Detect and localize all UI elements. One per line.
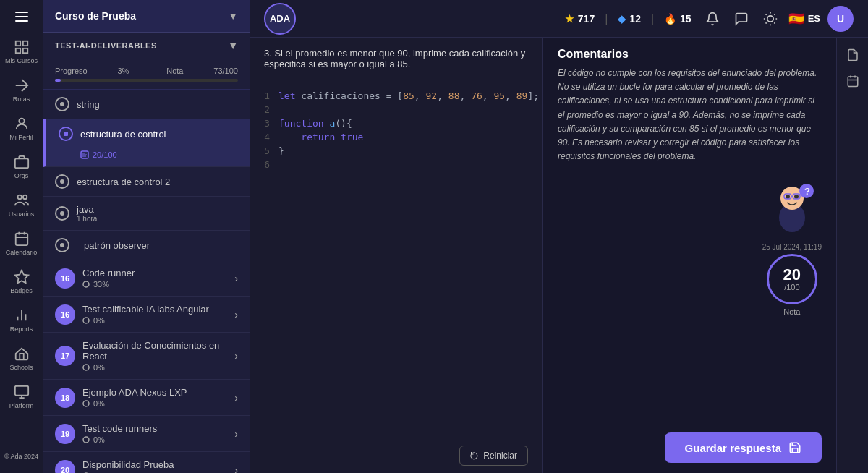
svg-point-7 [22,195,27,200]
svg-point-26 [794,195,799,199]
sidebar-label-badges: Badges [10,287,33,294]
sidebar-item-mi-perfil[interactable]: Mi Perfil [0,111,43,145]
item-patron-label: patrón observer [84,240,150,251]
star-stat: ★ 717 [565,13,595,25]
svg-point-14 [60,211,64,216]
sidebar-item-platform[interactable]: Platform [0,380,43,414]
save-button[interactable]: Guardar respuesta [665,432,822,463]
top-bar-left: ADA [264,3,296,35]
note-value: 73/100 [213,67,238,75]
sidebar-item-rutas[interactable]: Rutas [0,73,43,107]
sidebar-item-mis-cursos[interactable]: Mis Cursos [0,35,43,69]
item-text: Test code runners [82,423,227,434]
line-content: function a(){ [278,118,352,129]
document-icon[interactable] [843,45,863,65]
svg-point-18 [83,365,89,370]
course-sidebar: Curso de Prueba ▼ TEST-AI-DELIVERABLES ▼… [43,0,250,473]
sidebar-item-reports[interactable]: Reports [0,303,43,337]
progress-label: Progreso [55,67,88,75]
line-content: return true [278,132,363,142]
svg-point-20 [83,437,89,443]
notification-icon[interactable] [702,8,723,30]
flame-stat: 🔥 15 [664,13,692,25]
sidebar-item-orgs[interactable]: Orgs [0,150,43,184]
list-item-test-calificable[interactable]: 16 Test calificable IA labs Angular 0% › [43,297,250,333]
deliverables-header[interactable]: TEST-AI-DELIVERABLES ▼ [43,33,250,59]
save-label: Guardar respuesta [685,442,781,454]
item-active-circle-icon [59,127,73,141]
list-item[interactable]: string [43,90,250,119]
theme-icon[interactable] [760,8,781,30]
score-number: 20 [783,267,801,283]
list-item-patron-observer[interactable]: patrón observer [43,231,250,260]
list-item[interactable]: java 1 hora [43,197,250,231]
item-sub-progress: 0% [93,435,105,444]
list-item-active[interactable]: estructura de control 20/100 [43,119,250,167]
right-sidebar [836,38,868,473]
item-circle-icon [55,238,69,252]
list-item-code-runner[interactable]: 16 Code runner 33% › [43,260,250,297]
chevron-right-icon: › [234,309,238,320]
course-title: Curso de Prueba [55,10,136,22]
sidebar-item-usuarios[interactable]: Usuarios [0,188,43,222]
reiniciar-button[interactable]: Reiniciar [459,446,528,466]
line-content [278,159,284,170]
top-bar-icons: 🇪🇸 ES U [702,6,854,32]
avatar[interactable]: U [827,6,854,32]
item-text: Code runner [82,268,227,278]
list-item[interactable]: estructura de control 2 [43,167,250,197]
sidebar-item-badges[interactable]: Badges [0,265,43,299]
chat-icon[interactable] [731,8,752,30]
star-count: 717 [578,13,595,25]
note-label: Nota [166,67,183,75]
score-denominator: /100 [784,283,799,291]
blue-stat: ◆ 12 [618,13,641,25]
save-footer: Guardar respuesta [543,422,836,473]
ada-logo: ADA [264,3,296,35]
item-text: estructura de control 2 [77,176,170,187]
sidebar-item-calendario[interactable]: Calendario [0,226,43,260]
list-item-ejemplo-ada[interactable]: 18 Ejemplo ADA Nexus LXP 0% › [43,380,250,416]
item-number-badge: 18 [55,388,75,408]
problem-statement: 3. Si el promedio es menor que 90, impri… [250,38,542,80]
course-header[interactable]: Curso de Prueba ▼ [43,0,250,33]
sidebar-label-schools: Schools [9,364,33,371]
item-text: Test calificable IA labs Angular [82,304,227,315]
item-circle-icon [55,206,69,221]
item-sub-progress: 33% [93,280,109,289]
editor-footer: Reiniciar [250,438,542,473]
code-editor[interactable]: 1 let calificaciones = [85, 92, 88, 76, … [250,80,542,438]
svg-rect-0 [15,41,20,46]
top-bar: ADA ★ 717 | ◆ 12 | 🔥 15 [250,0,868,38]
sidebar-label-mis-cursos: Mis Cursos [5,57,38,64]
item-sub-time: 1 hora [77,215,97,223]
code-line-6: 6 [250,158,542,171]
svg-point-17 [83,318,89,323]
hamburger-menu[interactable] [14,9,30,25]
code-line-5: 5 } [250,144,542,158]
code-line-3: 3 function a(){ [250,116,542,130]
language-selector[interactable]: 🇪🇸 ES [788,11,820,27]
score-date: 25 Jul 2024, 11:19 [762,243,822,251]
sidebar-item-schools[interactable]: Schools [0,341,43,375]
calendar-icon[interactable] [843,71,863,91]
list-item-disponibilidad[interactable]: 20 Disponibilidad Prueba 0% › [43,452,250,473]
line-number: 3 [250,118,278,129]
score-circle: 20 /100 [767,254,817,304]
flame-icon: 🔥 [664,13,676,25]
item-number-badge: 16 [55,304,75,325]
svg-rect-9 [14,386,27,396]
item-text-active: estructura de control [80,129,166,140]
list-item-test-code-runners[interactable]: 19 Test code runners 0% › [43,416,250,452]
item-circle-icon [55,174,69,189]
list-item-evaluacion[interactable]: 17 Evaluación de Conocimientos en React … [43,333,250,380]
line-content: } [278,145,284,156]
svg-rect-8 [15,234,27,246]
item-text: java [77,204,97,215]
content-area: 3. Si el promedio es menor que 90, impri… [250,38,868,473]
blue-count: 12 [629,13,641,25]
deliverables-chevron-icon: ▼ [228,40,238,51]
item-circle-icon [55,97,69,111]
item-text: Disponibilidad Prueba [82,459,227,470]
line-number: 5 [250,145,278,156]
